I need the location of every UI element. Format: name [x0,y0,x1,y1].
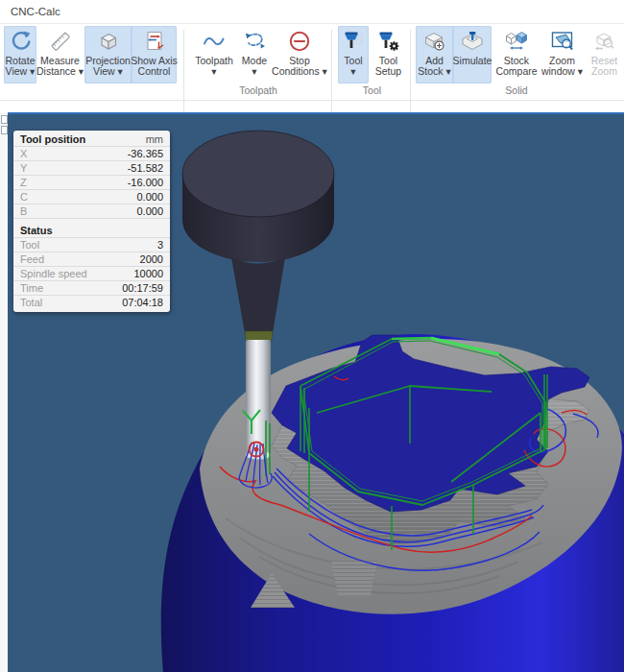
rapid-highlight-segment-2 [392,338,431,339]
reset-zoom-button[interactable]: Reset Zoom [587,26,622,84]
tool-icon [341,27,366,56]
simulate-icon [460,27,485,56]
app-title: CNC-Calc [11,6,60,17]
rotate-view-button[interactable]: Rotate View ▾ [4,26,36,84]
rotate-view-icon [8,27,33,56]
group-separator [410,30,411,114]
measure-distance-button[interactable]: Measure Distance ▾ [37,26,83,84]
axis-row-x: X-36.365 [13,147,170,161]
axis-row-y: Y-51.582 [13,161,170,176]
toolpath-icon [202,27,227,56]
stop-conditions-button[interactable]: Stop Conditions ▾ [274,26,325,84]
tool-position-panel: Tool position mm X-36.365 Y-51.582 Z-16.… [13,131,170,312]
projection-view-button[interactable]: Projection View ▾ [84,26,132,84]
status-row-time: Time00:17:59 [13,281,170,296]
mode-icon [242,27,267,56]
edge-widget-bottom[interactable] [1,126,8,134]
tool-setup-button[interactable]: Tool Setup [371,26,406,84]
measure-distance-icon [48,27,73,56]
left-edge-strip [0,112,8,672]
title-bar: CNC-Calc [0,0,624,24]
zoom-window-button[interactable]: Zoom window ▾ [540,26,584,84]
toolpath-button[interactable]: Toolpath ▾ [192,26,236,84]
projection-view-icon [96,27,121,56]
status-header: Status [13,224,170,238]
tool-collet-ring [245,331,273,341]
tool-position-header: Tool position mm [13,132,170,147]
stop-conditions-icon [287,27,312,56]
simulate-button[interactable]: Simulate [453,26,492,84]
group-caption-toolpath: Toolpath [190,84,326,96]
add-stock-icon [422,27,447,56]
group-separator [331,30,332,114]
stock-compare-icon [504,27,529,56]
group-caption-solid: Solid [414,84,619,96]
stock-compare-button[interactable]: Stock Compare [494,26,539,84]
tool-setup-icon [376,27,401,56]
ribbon-toolbar: Rotate View ▾ Measure Distance ▾ Project… [0,24,624,101]
mode-button[interactable]: Mode ▾ [238,26,271,84]
tool-holder-top [182,131,334,217]
add-stock-button[interactable]: Add Stock ▾ [416,26,453,84]
status-row-total: Total07:04:18 [13,296,170,309]
group-separator [183,30,184,114]
group-caption-tool: Tool [336,84,408,96]
zoom-window-icon [550,27,575,56]
show-axis-control-button[interactable]: Show Axis Control [132,26,177,84]
status-row-spindle-speed: Spindle speed10000 [13,267,170,281]
axis-row-b: B0.000 [13,204,170,219]
axis-row-c: C0.000 [13,190,170,204]
status-row-feed: Feed2000 [13,252,170,267]
tool-shank [246,340,271,455]
reset-zoom-icon [592,27,617,56]
show-axis-control-icon [142,27,167,56]
status-row-tool: Tool3 [13,238,170,252]
edge-widget-top[interactable] [1,115,8,124]
tool-button[interactable]: Tool ▾ [338,26,369,84]
axis-row-z: Z-16.000 [13,176,170,190]
